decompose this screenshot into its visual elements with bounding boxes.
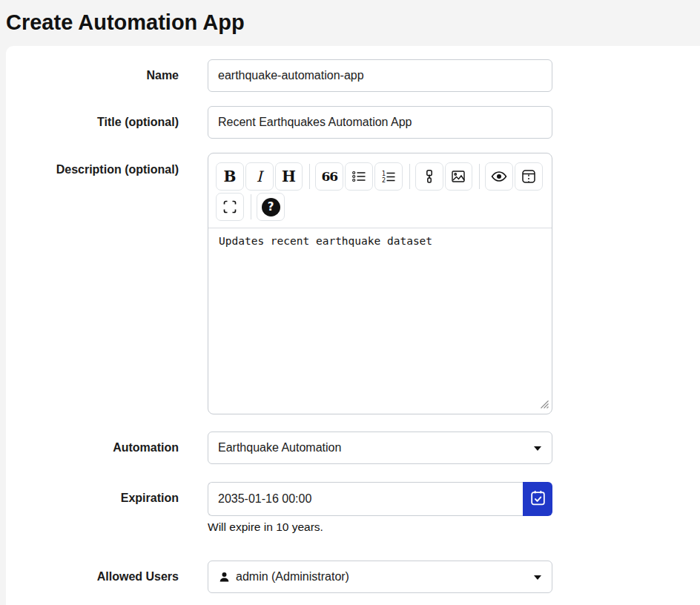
side-by-side-icon [521, 168, 537, 185]
automation-select[interactable]: Earthquake Automation [208, 432, 552, 464]
calendar-check-icon [529, 489, 547, 509]
title-input[interactable] [208, 106, 552, 139]
fullscreen-button[interactable] [216, 193, 244, 221]
chevron-down-icon [534, 446, 541, 451]
bold-button[interactable]: B [216, 162, 244, 191]
toolbar-separator [251, 194, 251, 219]
allowed-users-label: Allowed Users [6, 561, 179, 593]
side-by-side-button[interactable] [515, 162, 543, 191]
svg-text:2: 2 [382, 177, 386, 184]
description-row: Description (optional) B I H 66 [6, 153, 700, 414]
expiration-row: Expiration Will expire in 10 years. [6, 482, 700, 534]
description-editor-content[interactable]: Updates recent earthquake dataset [208, 228, 552, 414]
allowed-users-row: Allowed Users admin (Administrator) [6, 561, 700, 593]
description-markdown-editor: B I H 66 [208, 153, 552, 414]
unordered-list-icon [351, 168, 367, 185]
expiration-input[interactable] [208, 482, 523, 516]
image-icon [450, 168, 466, 185]
chevron-down-icon [534, 575, 541, 580]
allowed-users-selected-value: admin (Administrator) [236, 570, 349, 583]
fullscreen-icon [222, 199, 238, 215]
name-input[interactable] [208, 59, 552, 92]
quote-icon: 66 [321, 169, 337, 184]
automation-row: Automation Earthquake Automation [6, 432, 700, 464]
description-label: Description (optional) [6, 153, 179, 176]
name-row: Name [6, 59, 700, 92]
preview-button[interactable] [485, 162, 513, 191]
eye-icon [490, 168, 508, 185]
quote-button[interactable]: 66 [315, 162, 343, 191]
svg-text:1: 1 [382, 171, 386, 177]
heading-button[interactable]: H [275, 162, 303, 191]
question-mark-icon: ? [262, 198, 280, 216]
expiration-help-text: Will expire in 10 years. [208, 520, 552, 534]
expiration-input-group [208, 482, 552, 516]
person-icon [218, 571, 231, 583]
unordered-list-button[interactable] [345, 162, 373, 191]
italic-button[interactable]: I [245, 162, 274, 191]
resize-handle[interactable] [539, 399, 549, 411]
page-title: Create Automation App [6, 10, 700, 36]
create-automation-app-form: Name Title (optional) Description (optio… [6, 46, 700, 605]
link-icon [421, 168, 438, 185]
toolbar-separator [479, 164, 480, 189]
image-button[interactable] [445, 162, 473, 191]
automation-label: Automation [6, 432, 179, 464]
ordered-list-icon: 1 2 [380, 168, 397, 185]
datetime-picker-button[interactable] [523, 482, 552, 516]
editor-toolbar-row-2: ? [216, 193, 544, 221]
allowed-users-select[interactable]: admin (Administrator) [208, 561, 552, 593]
title-label: Title (optional) [6, 106, 179, 139]
toolbar-separator [309, 164, 310, 189]
guide-button[interactable]: ? [257, 193, 285, 221]
ordered-list-button[interactable]: 1 2 [374, 162, 403, 191]
toolbar-separator [409, 164, 410, 189]
description-text: Updates recent earthquake dataset [219, 235, 432, 247]
title-row: Title (optional) [6, 106, 700, 139]
expiration-label: Expiration [6, 482, 179, 515]
link-button[interactable] [415, 162, 443, 191]
editor-toolbar-row-1: B I H 66 [216, 162, 544, 191]
name-label: Name [6, 59, 179, 92]
automation-selected-value: Earthquake Automation [218, 441, 341, 454]
editor-toolbar: B I H 66 [208, 153, 552, 228]
page-header: Create Automation App [0, 0, 700, 46]
